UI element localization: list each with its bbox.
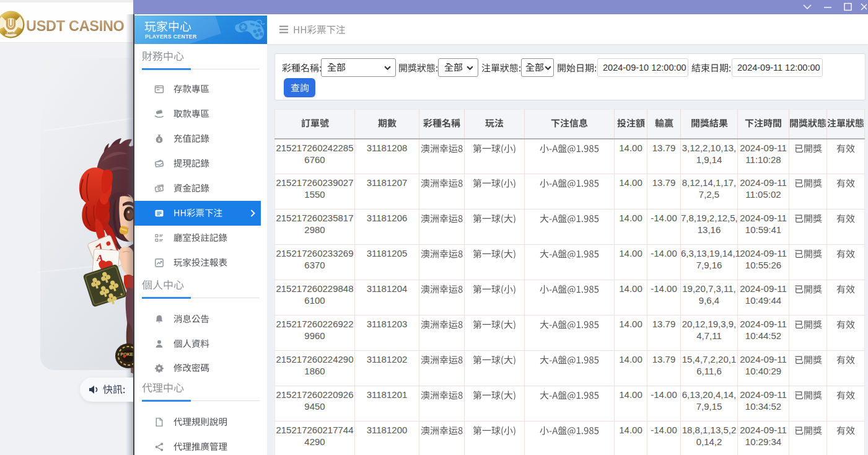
- svg-text:Casino: Casino: [5, 30, 17, 35]
- svg-text:POKER: POKER: [121, 352, 133, 356]
